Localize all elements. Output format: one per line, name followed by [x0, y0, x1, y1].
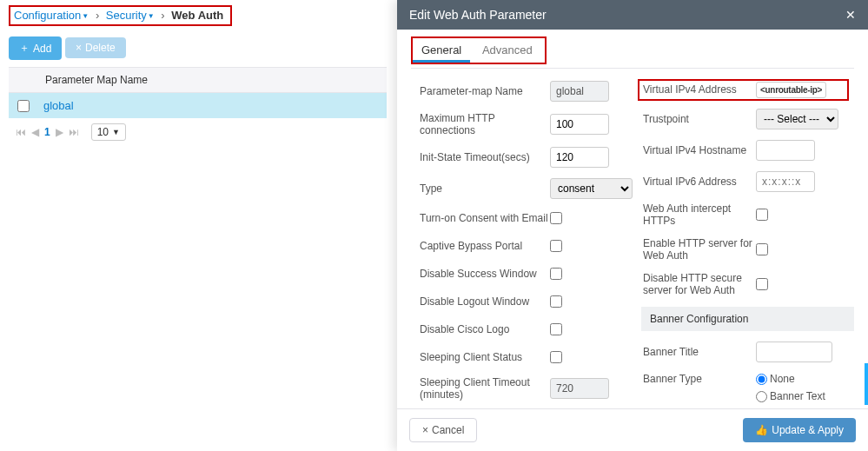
- init-timeout-field[interactable]: [550, 147, 609, 168]
- disable-success-label: Disable Success Window: [420, 268, 550, 280]
- breadcrumb-current: Web Auth: [171, 9, 223, 22]
- sleep-timeout-label: Sleeping Client Timeout (minutes): [420, 376, 550, 401]
- plus-icon: ＋: [19, 41, 30, 56]
- disable-logo-label: Disable Cisco Logo: [420, 323, 550, 335]
- toolbar: ＋Add ×Delete: [9, 36, 387, 60]
- add-button[interactable]: ＋Add: [9, 36, 62, 60]
- cancel-button[interactable]: ×Cancel: [409, 418, 477, 442]
- tab-general[interactable]: General: [413, 38, 470, 63]
- table-header-parameter-map[interactable]: Parameter Map Name: [9, 67, 387, 93]
- disable-success-checkbox[interactable]: [550, 268, 562, 280]
- param-name-field: [550, 81, 609, 102]
- breadcrumb-configuration[interactable]: Configuration▼: [14, 9, 89, 22]
- captive-checkbox[interactable]: [550, 240, 562, 252]
- sleep-status-checkbox[interactable]: [550, 351, 562, 363]
- close-icon[interactable]: ✕: [845, 8, 856, 22]
- banner-type-none[interactable]: None: [756, 373, 868, 385]
- tab-advanced[interactable]: Advanced: [474, 38, 541, 60]
- breadcrumb-security[interactable]: Security▼: [106, 9, 155, 22]
- max-http-field[interactable]: [550, 114, 609, 135]
- pager-current[interactable]: 1: [44, 126, 50, 138]
- vipv4-label: Virtual IPv4 Address: [643, 83, 756, 96]
- sleep-timeout-field: [550, 378, 609, 399]
- banner-type-text[interactable]: Banner Text: [756, 390, 868, 402]
- param-name-label: Parameter-map Name: [420, 85, 550, 97]
- disable-logo-checkbox[interactable]: [550, 323, 562, 335]
- disable-logout-label: Disable Logout Window: [420, 295, 550, 308]
- pager-first-icon[interactable]: ⏮: [16, 126, 26, 138]
- type-select[interactable]: consent: [550, 178, 633, 199]
- breadcrumb-separator: ›: [96, 9, 99, 22]
- max-http-label: Maximum HTTP connections: [420, 112, 550, 136]
- vipv4-hostname-field[interactable]: [756, 140, 815, 161]
- vipv6-field[interactable]: [756, 171, 815, 192]
- x-icon: ×: [422, 424, 428, 436]
- table-row[interactable]: global: [9, 93, 387, 118]
- banner-title-label: Banner Title: [643, 346, 756, 358]
- pager: ⏮ ◀ 1 ▶ ⏭ 10 ▼: [9, 118, 387, 141]
- intercept-https-label: Web Auth intercept HTTPs: [643, 202, 756, 227]
- banner-type-text-radio[interactable]: [756, 391, 767, 402]
- vipv4-hostname-label: Virtual IPv4 Hostname: [643, 144, 756, 156]
- disable-logout-checkbox[interactable]: [550, 295, 562, 308]
- banner-section-header: Banner Configuration: [641, 307, 854, 331]
- chevron-down-icon: ▼: [112, 128, 120, 136]
- sleep-status-label: Sleeping Client Status: [420, 351, 550, 363]
- enable-http-checkbox[interactable]: [756, 243, 768, 255]
- pager-prev-icon[interactable]: ◀: [31, 126, 39, 138]
- thumbs-up-icon: 👍: [755, 424, 768, 436]
- pager-next-icon[interactable]: ▶: [56, 126, 63, 138]
- update-apply-button[interactable]: 👍Update & Apply: [743, 418, 856, 442]
- banner-type-label: Banner Type: [643, 373, 756, 385]
- pager-size-select[interactable]: 10 ▼: [91, 123, 126, 141]
- consent-email-label: Turn-on Consent with Email: [420, 212, 550, 224]
- delete-button[interactable]: ×Delete: [65, 37, 126, 58]
- trustpoint-select[interactable]: --- Select ---: [756, 109, 838, 129]
- x-icon: ×: [76, 42, 82, 54]
- enable-http-label: Enable HTTP server for Web Auth: [643, 237, 756, 262]
- disable-https-checkbox[interactable]: [756, 278, 768, 290]
- vipv6-label: Virtual IPv6 Address: [643, 176, 756, 188]
- init-timeout-label: Init-State Timeout(secs): [420, 151, 550, 163]
- banner-type-none-radio[interactable]: [756, 374, 767, 385]
- divider: [411, 68, 854, 69]
- captive-label: Captive Bypass Portal: [420, 240, 550, 252]
- breadcrumb: Configuration▼ › Security▼ › Web Auth: [9, 5, 232, 26]
- row-checkbox[interactable]: [17, 100, 30, 112]
- breadcrumb-separator: ›: [161, 9, 164, 22]
- edit-panel: Edit Web Auth Parameter ✕ General Advanc…: [397, 0, 868, 451]
- pager-last-icon[interactable]: ⏭: [69, 126, 79, 138]
- trustpoint-label: Trustpoint: [643, 113, 756, 125]
- vipv4-field[interactable]: <unroutable-ip>: [756, 82, 826, 98]
- consent-email-checkbox[interactable]: [550, 212, 562, 224]
- scroll-accent: [865, 363, 868, 405]
- type-label: Type: [420, 182, 550, 195]
- panel-title: Edit Web Auth Parameter: [409, 8, 547, 22]
- intercept-https-checkbox[interactable]: [756, 209, 768, 221]
- table-cell-name[interactable]: global: [43, 99, 74, 112]
- disable-https-label: Disable HTTP secure server for Web Auth: [643, 272, 756, 296]
- banner-title-field[interactable]: [756, 342, 832, 362]
